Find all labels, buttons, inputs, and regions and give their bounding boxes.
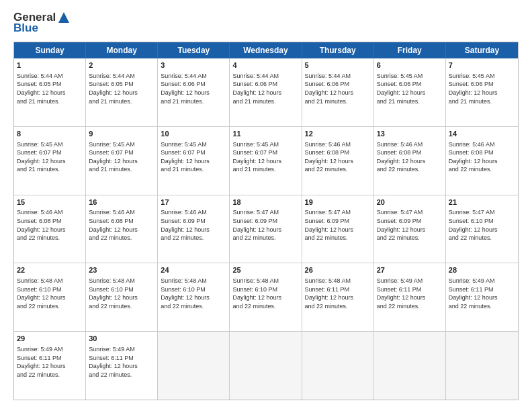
day-cell-10: 10Sunrise: 5:45 AMSunset: 6:07 PMDayligh… <box>158 127 230 195</box>
cell-info: Sunrise: 5:45 AMSunset: 6:07 PMDaylight:… <box>232 140 298 174</box>
cell-info: Sunrise: 5:45 AMSunset: 6:06 PMDaylight:… <box>377 72 443 105</box>
cell-info: Sunrise: 5:47 AMSunset: 6:09 PMDaylight:… <box>232 208 298 242</box>
day-cell-8: 8Sunrise: 5:45 AMSunset: 6:07 PMDaylight… <box>14 127 86 195</box>
cell-info: Sunrise: 5:49 AMSunset: 6:11 PMDaylight:… <box>17 345 83 379</box>
day-cell-6: 6Sunrise: 5:45 AMSunset: 6:06 PMDaylight… <box>374 58 446 126</box>
day-number: 4 <box>232 60 298 71</box>
day-number: 3 <box>161 60 226 71</box>
day-cell-14: 14Sunrise: 5:46 AMSunset: 6:08 PMDayligh… <box>446 127 518 195</box>
cell-info: Sunrise: 5:45 AMSunset: 6:07 PMDaylight:… <box>17 140 83 174</box>
cell-info: Sunrise: 5:48 AMSunset: 6:10 PMDaylight:… <box>232 277 298 310</box>
cell-info: Sunrise: 5:47 AMSunset: 6:10 PMDaylight:… <box>449 208 515 242</box>
calendar-row-3: 15Sunrise: 5:46 AMSunset: 6:08 PMDayligh… <box>14 195 518 264</box>
day-cell-5: 5Sunrise: 5:44 AMSunset: 6:06 PMDaylight… <box>302 58 374 126</box>
header-day-saturday: Saturday <box>446 42 518 58</box>
day-cell-16: 16Sunrise: 5:46 AMSunset: 6:08 PMDayligh… <box>86 195 158 263</box>
day-number: 23 <box>89 265 154 275</box>
day-cell-23: 23Sunrise: 5:48 AMSunset: 6:10 PMDayligh… <box>86 263 158 331</box>
day-cell-3: 3Sunrise: 5:44 AMSunset: 6:06 PMDaylight… <box>158 58 230 126</box>
cell-info: Sunrise: 5:48 AMSunset: 6:10 PMDaylight:… <box>17 277 83 310</box>
header-day-friday: Friday <box>374 42 446 58</box>
day-number: 22 <box>17 265 83 275</box>
cell-info: Sunrise: 5:46 AMSunset: 6:08 PMDaylight:… <box>305 140 371 174</box>
cell-info: Sunrise: 5:45 AMSunset: 6:06 PMDaylight:… <box>449 72 515 105</box>
calendar: SundayMondayTuesdayWednesdayThursdayFrid… <box>13 42 519 400</box>
cell-info: Sunrise: 5:44 AMSunset: 6:06 PMDaylight:… <box>305 72 371 105</box>
day-cell-20: 20Sunrise: 5:47 AMSunset: 6:09 PMDayligh… <box>374 195 446 263</box>
cell-info: Sunrise: 5:44 AMSunset: 6:06 PMDaylight:… <box>232 72 298 105</box>
day-cell-26: 26Sunrise: 5:48 AMSunset: 6:11 PMDayligh… <box>302 263 374 331</box>
day-cell-28: 28Sunrise: 5:49 AMSunset: 6:11 PMDayligh… <box>446 263 518 331</box>
calendar-row-1: 1Sunrise: 5:44 AMSunset: 6:05 PMDaylight… <box>14 58 518 127</box>
svg-marker-0 <box>58 12 69 23</box>
cell-info: Sunrise: 5:44 AMSunset: 6:06 PMDaylight:… <box>161 72 226 105</box>
calendar-row-5: 29Sunrise: 5:49 AMSunset: 6:11 PMDayligh… <box>14 332 518 400</box>
empty-cell <box>302 332 374 400</box>
day-number: 10 <box>161 129 226 139</box>
day-number: 18 <box>232 197 298 208</box>
day-number: 9 <box>89 129 154 139</box>
cell-info: Sunrise: 5:49 AMSunset: 6:11 PMDaylight:… <box>377 277 443 310</box>
day-cell-15: 15Sunrise: 5:46 AMSunset: 6:08 PMDayligh… <box>14 195 86 263</box>
header-day-monday: Monday <box>86 42 158 58</box>
day-number: 27 <box>377 265 443 275</box>
day-number: 16 <box>89 197 154 208</box>
day-number: 25 <box>232 265 298 275</box>
day-cell-25: 25Sunrise: 5:48 AMSunset: 6:10 PMDayligh… <box>230 263 302 331</box>
day-cell-9: 9Sunrise: 5:45 AMSunset: 6:07 PMDaylight… <box>86 127 158 195</box>
cell-info: Sunrise: 5:46 AMSunset: 6:08 PMDaylight:… <box>89 208 154 242</box>
day-cell-24: 24Sunrise: 5:48 AMSunset: 6:10 PMDayligh… <box>158 263 230 331</box>
header-day-wednesday: Wednesday <box>230 42 302 58</box>
day-cell-30: 30Sunrise: 5:49 AMSunset: 6:11 PMDayligh… <box>86 332 158 400</box>
day-cell-12: 12Sunrise: 5:46 AMSunset: 6:08 PMDayligh… <box>302 127 374 195</box>
day-number: 15 <box>17 197 83 208</box>
cell-info: Sunrise: 5:49 AMSunset: 6:11 PMDaylight:… <box>89 345 154 379</box>
day-number: 1 <box>17 60 83 71</box>
cell-info: Sunrise: 5:48 AMSunset: 6:10 PMDaylight:… <box>89 277 154 310</box>
day-cell-29: 29Sunrise: 5:49 AMSunset: 6:11 PMDayligh… <box>14 332 86 400</box>
page-header: General Blue <box>13 11 519 35</box>
day-cell-11: 11Sunrise: 5:45 AMSunset: 6:07 PMDayligh… <box>230 127 302 195</box>
day-cell-2: 2Sunrise: 5:44 AMSunset: 6:05 PMDaylight… <box>86 58 158 126</box>
day-number: 12 <box>305 129 371 139</box>
header-day-sunday: Sunday <box>14 42 86 58</box>
empty-cell <box>446 332 518 400</box>
cell-info: Sunrise: 5:47 AMSunset: 6:09 PMDaylight:… <box>305 208 371 242</box>
day-number: 13 <box>377 129 443 139</box>
day-number: 11 <box>232 129 298 139</box>
cell-info: Sunrise: 5:44 AMSunset: 6:05 PMDaylight:… <box>17 72 83 105</box>
logo-icon <box>57 11 71 24</box>
cell-info: Sunrise: 5:49 AMSunset: 6:11 PMDaylight:… <box>449 277 515 310</box>
cell-info: Sunrise: 5:46 AMSunset: 6:08 PMDaylight:… <box>449 140 515 174</box>
calendar-body: 1Sunrise: 5:44 AMSunset: 6:05 PMDaylight… <box>14 58 518 400</box>
day-cell-17: 17Sunrise: 5:46 AMSunset: 6:09 PMDayligh… <box>158 195 230 263</box>
day-number: 26 <box>305 265 371 275</box>
logo: General Blue <box>13 11 71 35</box>
day-cell-7: 7Sunrise: 5:45 AMSunset: 6:06 PMDaylight… <box>446 58 518 126</box>
cell-info: Sunrise: 5:46 AMSunset: 6:09 PMDaylight:… <box>161 208 226 242</box>
empty-cell <box>158 332 230 400</box>
day-number: 24 <box>161 265 226 275</box>
day-cell-1: 1Sunrise: 5:44 AMSunset: 6:05 PMDaylight… <box>14 58 86 126</box>
empty-cell <box>374 332 446 400</box>
empty-cell <box>230 332 302 400</box>
day-number: 29 <box>17 334 83 344</box>
cell-info: Sunrise: 5:46 AMSunset: 6:08 PMDaylight:… <box>377 140 443 174</box>
calendar-row-2: 8Sunrise: 5:45 AMSunset: 6:07 PMDaylight… <box>14 127 518 195</box>
day-cell-22: 22Sunrise: 5:48 AMSunset: 6:10 PMDayligh… <box>14 263 86 331</box>
cell-info: Sunrise: 5:48 AMSunset: 6:11 PMDaylight:… <box>305 277 371 310</box>
cell-info: Sunrise: 5:48 AMSunset: 6:10 PMDaylight:… <box>161 277 226 310</box>
day-number: 28 <box>449 265 515 275</box>
cell-info: Sunrise: 5:47 AMSunset: 6:09 PMDaylight:… <box>377 208 443 242</box>
calendar-header: SundayMondayTuesdayWednesdayThursdayFrid… <box>14 42 518 58</box>
day-number: 21 <box>449 197 515 208</box>
day-number: 7 <box>449 60 515 71</box>
cell-info: Sunrise: 5:45 AMSunset: 6:07 PMDaylight:… <box>89 140 154 174</box>
day-cell-4: 4Sunrise: 5:44 AMSunset: 6:06 PMDaylight… <box>230 58 302 126</box>
cell-info: Sunrise: 5:45 AMSunset: 6:07 PMDaylight:… <box>161 140 226 174</box>
day-number: 30 <box>89 334 154 344</box>
day-number: 14 <box>449 129 515 139</box>
day-cell-13: 13Sunrise: 5:46 AMSunset: 6:08 PMDayligh… <box>374 127 446 195</box>
day-number: 6 <box>377 60 443 71</box>
day-cell-19: 19Sunrise: 5:47 AMSunset: 6:09 PMDayligh… <box>302 195 374 263</box>
